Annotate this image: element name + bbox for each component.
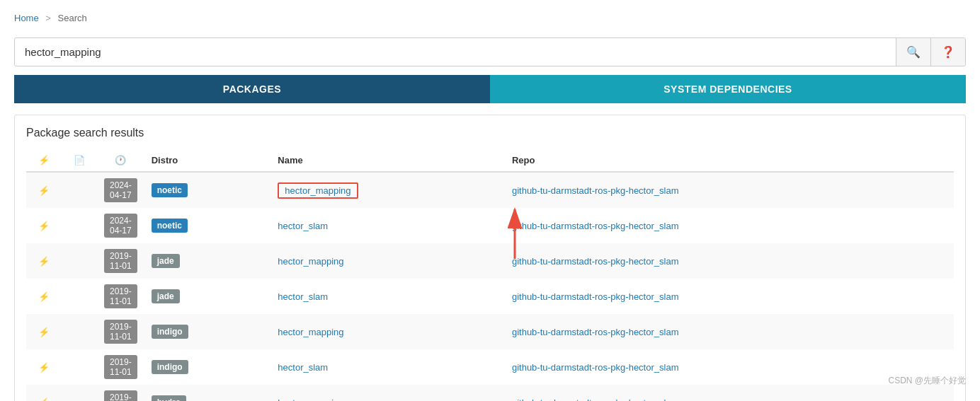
name-cell[interactable]: hector_mapping (270, 243, 505, 279)
tab-packages[interactable]: PACKAGES (14, 75, 490, 103)
table-row: ⚡2024-04-17noetichector_slamgithub-tu-da… (26, 208, 954, 243)
repo-cell[interactable]: github-tu-darmstadt-ros-pkg-hector_slam (505, 243, 954, 279)
repo-cell[interactable]: github-tu-darmstadt-ros-pkg-hector_slam (505, 385, 954, 401)
doc-col (62, 279, 97, 314)
distro-badge: indigo (152, 360, 188, 374)
search-button[interactable]: 🔍 (896, 38, 930, 66)
bolt-icon: ⚡ (26, 349, 62, 385)
col-bolt-header: ⚡ (26, 149, 62, 172)
tab-system-dependencies[interactable]: SYSTEM DEPENDENCIES (490, 75, 966, 103)
tabs-row: PACKAGES SYSTEM DEPENDENCIES (14, 75, 966, 103)
date-badge: 2019-11-01 (104, 284, 137, 308)
package-link[interactable]: hector_slam (278, 221, 328, 231)
name-cell[interactable]: hector_slam (270, 349, 505, 385)
bolt-icon: ⚡ (26, 172, 62, 208)
repo-cell[interactable]: github-tu-darmstadt-ros-pkg-hector_slam (505, 279, 954, 314)
doc-col (62, 208, 97, 243)
package-link[interactable]: hector_slam (278, 291, 328, 302)
results-title: Package search results (26, 127, 954, 139)
date-badge: 2019-11-01 (104, 249, 137, 273)
distro-cell: indigo (144, 314, 271, 349)
col-distro-header: Distro (144, 149, 271, 172)
distro-cell: jade (144, 279, 271, 314)
distro-badge: hydro (152, 395, 186, 401)
date-cell: 2019-11-01 (97, 279, 144, 314)
col-doc-header: 📄 (62, 149, 97, 172)
repo-link[interactable]: github-tu-darmstadt-ros-pkg-hector_slam (512, 256, 679, 267)
col-clock-header: 🕐 (97, 149, 144, 172)
repo-cell[interactable]: github-tu-darmstadt-ros-pkg-hector_slam (505, 208, 954, 243)
repo-link[interactable]: github-tu-darmstadt-ros-pkg-hector_slam (512, 362, 679, 373)
doc-col (62, 349, 97, 385)
date-badge: 2019-11-01 (104, 390, 137, 401)
table-row: ⚡2024-04-17noetichector_mappinggithub-tu… (26, 172, 954, 208)
doc-col (62, 172, 97, 208)
repo-link[interactable]: github-tu-darmstadt-ros-pkg-hector_slam (512, 185, 679, 196)
help-button[interactable]: ❓ (930, 38, 965, 66)
table-row: ⚡2019-11-01jadehector_mappinggithub-tu-d… (26, 243, 954, 279)
col-name-header: Name (270, 149, 505, 172)
date-cell: 2019-11-01 (97, 243, 144, 279)
date-cell: 2019-11-01 (97, 349, 144, 385)
breadcrumb-current: Search (58, 13, 87, 23)
date-cell: 2019-11-01 (97, 385, 144, 401)
repo-link[interactable]: github-tu-darmstadt-ros-pkg-hector_slam (512, 327, 679, 337)
repo-cell[interactable]: github-tu-darmstadt-ros-pkg-hector_slam (505, 172, 954, 208)
date-cell: 2024-04-17 (97, 208, 144, 243)
bolt-icon: ⚡ (26, 314, 62, 349)
page-wrapper: Home > Search 🔍 ❓ PACKAGES SYSTEM DEPEND… (0, 0, 980, 401)
distro-cell: hydro (144, 385, 271, 401)
distro-cell: noetic (144, 208, 271, 243)
table-row: ⚡2019-11-01indigohector_mappinggithub-tu… (26, 314, 954, 349)
date-badge: 2019-11-01 (104, 320, 137, 344)
results-table-wrapper: ⚡ 📄 🕐 Distro Name Repo ⚡2024-04-17noetic… (26, 149, 954, 401)
date-cell: 2024-04-17 (97, 172, 144, 208)
bolt-icon: ⚡ (26, 243, 62, 279)
distro-cell: noetic (144, 172, 271, 208)
bolt-icon: ⚡ (26, 279, 62, 314)
doc-col (62, 243, 97, 279)
package-link[interactable]: hector_mapping (278, 397, 343, 402)
repo-cell[interactable]: github-tu-darmstadt-ros-pkg-hector_slam (505, 349, 954, 385)
search-input[interactable] (15, 39, 896, 65)
repo-link[interactable]: github-tu-darmstadt-ros-pkg-hector_slam (512, 291, 679, 302)
repo-cell[interactable]: github-tu-darmstadt-ros-pkg-hector_slam (505, 314, 954, 349)
distro-cell: indigo (144, 349, 271, 385)
col-repo-header: Repo (505, 149, 954, 172)
results-section: Package search results ⚡ 📄 🕐 Distro Name… (14, 115, 966, 401)
distro-badge: noetic (152, 183, 188, 197)
package-link[interactable]: hector_mapping (278, 256, 343, 267)
doc-col (62, 385, 97, 401)
bolt-icon: ⚡ (26, 385, 62, 401)
name-cell[interactable]: hector_slam (270, 279, 505, 314)
date-badge: 2019-11-01 (104, 355, 137, 379)
breadcrumb: Home > Search (14, 7, 966, 29)
name-cell[interactable]: hector_mapping (270, 385, 505, 401)
distro-cell: jade (144, 243, 271, 279)
package-link[interactable]: hector_mapping (278, 327, 343, 337)
name-cell[interactable]: hector_slam (270, 208, 505, 243)
name-cell[interactable]: hector_mapping (270, 172, 505, 208)
package-link[interactable]: hector_slam (278, 362, 328, 373)
repo-link[interactable]: github-tu-darmstadt-ros-pkg-hector_slam (512, 221, 679, 231)
table-row: ⚡2019-11-01jadehector_slamgithub-tu-darm… (26, 279, 954, 314)
distro-badge: jade (152, 254, 180, 268)
search-bar: 🔍 ❓ (14, 37, 966, 66)
doc-col (62, 314, 97, 349)
bolt-icon: ⚡ (26, 208, 62, 243)
table-row: ⚡2019-11-01indigohector_slamgithub-tu-da… (26, 349, 954, 385)
name-cell[interactable]: hector_mapping (270, 314, 505, 349)
distro-badge: indigo (152, 325, 188, 339)
table-header-row: ⚡ 📄 🕐 Distro Name Repo (26, 149, 954, 172)
distro-badge: noetic (152, 219, 188, 233)
distro-badge: jade (152, 289, 180, 303)
breadcrumb-separator: > (45, 13, 51, 23)
date-badge: 2024-04-17 (104, 214, 137, 238)
package-link[interactable]: hector_mapping (285, 185, 351, 196)
date-cell: 2019-11-01 (97, 314, 144, 349)
breadcrumb-home[interactable]: Home (14, 13, 39, 23)
watermark: CSDN @先睡个好觉 (888, 375, 966, 387)
date-badge: 2024-04-17 (104, 178, 137, 202)
table-row: ⚡2019-11-01hydrohector_mappinggithub-tu-… (26, 385, 954, 401)
repo-link[interactable]: github-tu-darmstadt-ros-pkg-hector_slam (512, 397, 679, 402)
